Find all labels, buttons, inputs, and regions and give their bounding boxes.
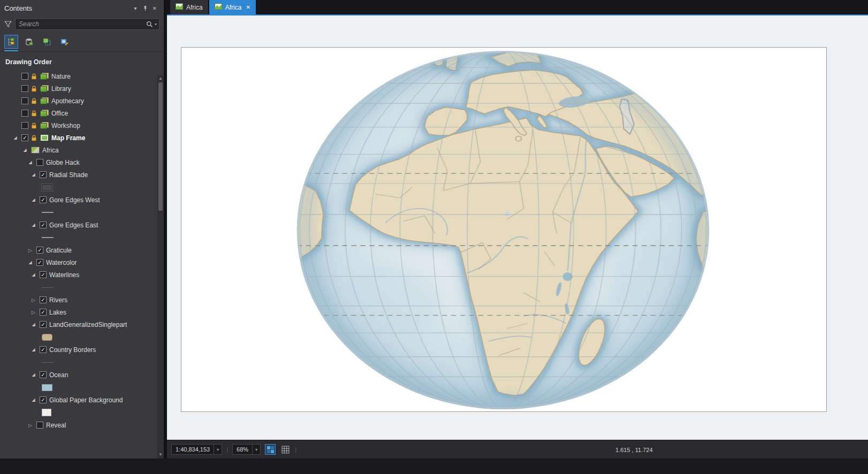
layer-row-reveal[interactable]: ▷Reveal [0, 419, 156, 431]
layer-row-gore-edges-east[interactable]: ◢✓Gore Edges East [0, 219, 156, 231]
layer-row-rivers[interactable]: ▷✓Rivers [0, 294, 156, 306]
symbology-swatch[interactable] [42, 184, 52, 191]
scale-caret-icon[interactable]: ▼ [214, 445, 222, 454]
layer-visibility-checkbox[interactable]: ✓ [36, 247, 43, 254]
map-layer-icon [31, 147, 40, 154]
expand-icon[interactable]: ▷ [27, 248, 34, 253]
symbology-swatch-row [0, 406, 156, 419]
layer-row-map-frame[interactable]: ◢✓Map Frame [0, 132, 156, 144]
collapse-icon[interactable]: ◢ [30, 397, 37, 402]
panel-scrollbar[interactable]: ▲ ▼ [157, 75, 164, 458]
symbology-swatch[interactable] [42, 287, 54, 288]
layer-tree: NatureLibraryApothecaryOfficeWorkshop◢✓M… [0, 70, 164, 431]
lock-icon [31, 73, 37, 80]
layer-row-graticule[interactable]: ▷✓Graticule [0, 244, 156, 256]
collapse-icon[interactable]: ◢ [30, 347, 37, 352]
expand-icon[interactable]: ▷ [27, 423, 34, 428]
layer-row-global-paper-background[interactable]: ◢✓Global Paper Background [0, 394, 156, 406]
panel-menu-chevron-icon[interactable]: ▾ [131, 3, 140, 13]
layer-row-landgeneralizedsinglepart[interactable]: ◢✓LandGeneralizedSinglepart [0, 318, 156, 331]
collapse-icon[interactable]: ◢ [30, 223, 37, 227]
symbology-swatch[interactable] [42, 334, 52, 341]
zoom-caret-icon[interactable]: ▼ [252, 445, 260, 454]
layer-visibility-checkbox[interactable] [21, 97, 28, 104]
collapse-icon[interactable]: ◢ [27, 260, 34, 265]
collapse-icon[interactable]: ◢ [27, 160, 34, 165]
list-by-selection-button[interactable] [40, 35, 54, 49]
layer-row-lakes[interactable]: ▷✓Lakes [0, 306, 156, 318]
layer-row-globe-hack[interactable]: ◢Globe Hack [0, 156, 156, 169]
layer-row-office[interactable]: Office [0, 107, 156, 119]
layer-row-africa[interactable]: ◢Africa [0, 144, 156, 156]
search-row: ▾ [0, 16, 164, 31]
layer-row-radial-shade[interactable]: ◢✓Radial Shade [0, 169, 156, 181]
layer-row-gore-edges-west[interactable]: ◢✓Gore Edges West [0, 194, 156, 206]
layer-visibility-checkbox[interactable]: ✓ [40, 271, 47, 278]
expand-icon[interactable]: ▷ [30, 297, 37, 303]
layout-page[interactable] [181, 47, 827, 412]
symbology-swatch[interactable] [42, 212, 54, 213]
layer-visibility-checkbox[interactable] [21, 85, 28, 92]
expand-icon[interactable]: ▷ [30, 310, 37, 315]
layer-row-waterlines[interactable]: ◢✓Waterlines [0, 269, 156, 281]
layer-label: Workshop [51, 122, 80, 129]
grid-toggle-icon[interactable] [280, 444, 291, 455]
list-by-editing-button[interactable] [57, 35, 71, 49]
layer-visibility-checkbox[interactable]: ✓ [36, 259, 43, 266]
search-icon[interactable] [146, 21, 153, 28]
symbology-swatch[interactable] [42, 362, 54, 363]
scroll-down-icon[interactable]: ▼ [158, 451, 163, 458]
layer-visibility-checkbox[interactable] [36, 422, 43, 429]
layer-row-country-borders[interactable]: ◢✓Country Borders [0, 343, 156, 356]
layer-visibility-checkbox[interactable]: ✓ [40, 196, 47, 203]
close-panel-icon[interactable]: ✕ [150, 3, 159, 13]
scroll-up-icon[interactable]: ▲ [158, 75, 163, 82]
snapping-toggle-icon[interactable] [265, 444, 276, 455]
layer-visibility-checkbox[interactable]: ✓ [40, 309, 47, 316]
collapse-icon[interactable]: ◢ [30, 172, 37, 177]
list-by-data-source-button[interactable] [22, 35, 36, 49]
search-input[interactable] [19, 20, 146, 28]
layer-visibility-checkbox[interactable] [21, 73, 28, 80]
scrollbar-thumb[interactable] [158, 82, 163, 211]
collapse-icon[interactable]: ◢ [30, 322, 37, 327]
collapse-icon[interactable]: ◢ [30, 197, 37, 202]
zoom-combo[interactable]: 68% ▼ [232, 444, 261, 455]
scale-combo[interactable]: 1:40,834,153 ▼ [171, 444, 222, 455]
layer-row-ocean[interactable]: ◢✓Ocean [0, 369, 156, 381]
search-options-caret-icon[interactable]: ▾ [155, 22, 157, 27]
layout-viewport[interactable] [167, 16, 868, 440]
symbology-swatch[interactable] [42, 237, 54, 238]
collapse-icon[interactable]: ◢ [30, 272, 37, 277]
layer-visibility-checkbox[interactable]: ✓ [40, 221, 47, 228]
layer-visibility-checkbox[interactable] [21, 122, 28, 129]
layer-visibility-checkbox[interactable]: ✓ [40, 321, 47, 328]
layer-visibility-checkbox[interactable]: ✓ [40, 171, 47, 178]
layer-row-watercolor[interactable]: ◢✓Watercolor [0, 256, 156, 269]
layer-visibility-checkbox[interactable] [21, 110, 28, 117]
symbology-swatch[interactable] [42, 384, 52, 391]
layer-visibility-checkbox[interactable]: ✓ [40, 396, 47, 403]
collapse-icon[interactable]: ◢ [30, 372, 37, 377]
list-by-drawing-order-button[interactable] [4, 35, 18, 49]
view-tab-bar: AfricaAfrica✕ [167, 0, 868, 14]
filter-funnel-icon[interactable] [4, 20, 12, 28]
pin-icon[interactable] [140, 3, 150, 13]
close-tab-icon[interactable]: ✕ [246, 4, 250, 10]
layer-visibility-checkbox[interactable]: ✓ [40, 346, 47, 353]
collapse-icon[interactable]: ◢ [21, 148, 28, 152]
symbology-swatch[interactable] [42, 409, 51, 416]
layer-visibility-checkbox[interactable]: ✓ [21, 134, 28, 141]
collapse-icon[interactable]: ◢ [12, 135, 19, 140]
layer-row-workshop[interactable]: Workshop [0, 119, 156, 132]
globe-map[interactable] [181, 48, 826, 411]
layer-row-apothecary[interactable]: Apothecary [0, 95, 156, 107]
layer-row-library[interactable]: Library [0, 82, 156, 95]
lock-icon [31, 123, 37, 129]
view-tab-africa[interactable]: Africa [170, 0, 208, 14]
layer-visibility-checkbox[interactable]: ✓ [40, 371, 47, 378]
view-tab-africa-active[interactable]: Africa✕ [209, 0, 256, 14]
layer-visibility-checkbox[interactable]: ✓ [40, 296, 47, 303]
layer-visibility-checkbox[interactable] [36, 159, 43, 166]
layer-row-nature[interactable]: Nature [0, 70, 156, 82]
